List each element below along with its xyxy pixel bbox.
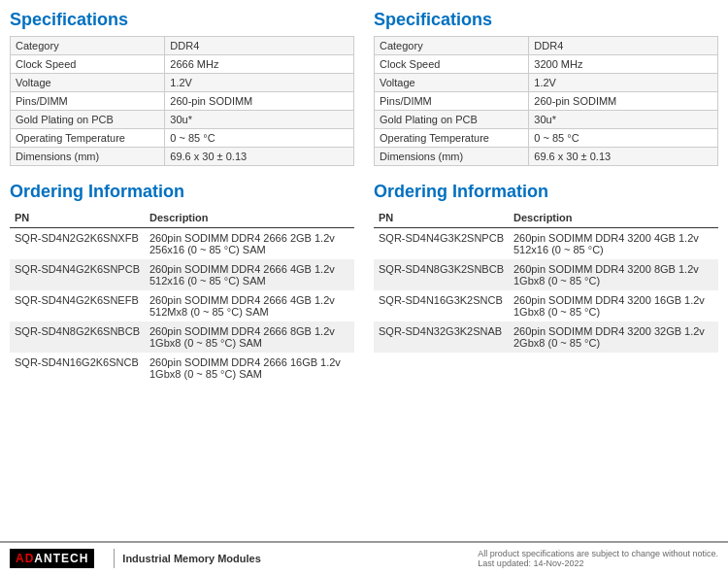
- table-row: Operating Temperature0 ~ 85 °C: [375, 129, 718, 148]
- table-row: SQR-SD4N4G2K6SNEFB260pin SODIMM DDR4 266…: [10, 290, 354, 321]
- ordering-pn: SQR-SD4N4G2K6SNEFB: [10, 290, 145, 321]
- spec-label: Pins/DIMM: [11, 92, 165, 111]
- left-spec-table: CategoryDDR4Clock Speed2666 MHzVoltage1.…: [10, 36, 354, 166]
- ordering-desc: 260pin SODIMM DDR4 3200 4GB 1.2v 512x16 …: [509, 228, 718, 260]
- spec-value: 1.2V: [165, 74, 354, 92]
- spec-value: 1.2V: [529, 74, 718, 92]
- table-row: CategoryDDR4: [375, 37, 718, 55]
- table-row: Clock Speed2666 MHz: [11, 55, 354, 74]
- table-row: SQR-SD4N4G2K6SNPCB260pin SODIMM DDR4 266…: [10, 259, 354, 290]
- footer-right: All product specifications are subject t…: [478, 549, 718, 568]
- table-row: Voltage1.2V: [11, 74, 354, 92]
- table-row: Dimensions (mm)69.6 x 30 ± 0.13: [375, 148, 718, 166]
- table-row: SQR-SD4N8G2K6SNBCB260pin SODIMM DDR4 266…: [10, 321, 354, 353]
- footer-last-updated: Last updated: 14-Nov-2022: [478, 558, 718, 568]
- ordering-desc: 260pin SODIMM DDR4 2666 16GB 1.2v 1Gbx8 …: [145, 353, 354, 384]
- right-spec-table: CategoryDDR4Clock Speed3200 MHzVoltage1.…: [374, 36, 718, 166]
- ordering-pn: SQR-SD4N32G3K2SNAB: [374, 321, 509, 353]
- spec-value: 30u*: [529, 111, 718, 129]
- spec-label: Dimensions (mm): [375, 148, 529, 166]
- footer-left: ADANTECH Industrial Memory Modules: [10, 549, 478, 568]
- spec-label: Voltage: [11, 74, 165, 92]
- spec-label: Gold Plating on PCB: [11, 111, 165, 129]
- page-wrapper: Specifications CategoryDDR4Clock Speed26…: [0, 0, 728, 574]
- left-ordering-section: Ordering Information PN Description SQR-…: [10, 182, 354, 384]
- spec-label: Operating Temperature: [375, 129, 529, 148]
- table-row: Operating Temperature0 ~ 85 °C: [11, 129, 354, 148]
- right-col-desc: Description: [509, 208, 718, 228]
- left-col-pn: PN: [10, 208, 145, 228]
- spec-value: 0 ~ 85 °C: [165, 129, 354, 148]
- table-row: SQR-SD4N4G3K2SNPCB260pin SODIMM DDR4 320…: [374, 228, 718, 260]
- table-row: Pins/DIMM260-pin SODIMM: [11, 92, 354, 111]
- table-row: SQR-SD4N16G3K2SNCB260pin SODIMM DDR4 320…: [374, 290, 718, 321]
- ordering-desc: 260pin SODIMM DDR4 2666 2GB 1.2v 256x16 …: [145, 228, 354, 260]
- spec-value: DDR4: [529, 37, 718, 55]
- table-row: SQR-SD4N8G3K2SNBCB260pin SODIMM DDR4 320…: [374, 259, 718, 290]
- table-row: Gold Plating on PCB30u*: [11, 111, 354, 129]
- table-row: Gold Plating on PCB30u*: [375, 111, 718, 129]
- ordering-desc: 260pin SODIMM DDR4 3200 8GB 1.2v 1Gbx8 (…: [509, 259, 718, 290]
- ordering-pn: SQR-SD4N4G2K6SNPCB: [10, 259, 145, 290]
- spec-value: 2666 MHz: [165, 55, 354, 74]
- ordering-pn: SQR-SD4N8G3K2SNBCB: [374, 259, 509, 290]
- ordering-desc: 260pin SODIMM DDR4 2666 4GB 1.2v 512Mx8 …: [145, 290, 354, 321]
- spec-label: Operating Temperature: [11, 129, 165, 148]
- ordering-pn: SQR-SD4N16G2K6SNCB: [10, 353, 145, 384]
- spec-value: 260-pin SODIMM: [165, 92, 354, 111]
- spec-label: Voltage: [375, 74, 529, 92]
- brand-antech: ANTECH: [34, 552, 88, 565]
- right-ordering-section: Ordering Information PN Description SQR-…: [374, 182, 718, 353]
- table-row: SQR-SD4N2G2K6SNXFB260pin SODIMM DDR4 266…: [10, 228, 354, 260]
- footer-brand: ADANTECH: [10, 549, 96, 568]
- table-row: CategoryDDR4: [11, 37, 354, 55]
- left-col-desc: Description: [145, 208, 354, 228]
- right-column: Specifications CategoryDDR4Clock Speed32…: [374, 10, 718, 384]
- spec-label: Clock Speed: [375, 55, 529, 74]
- left-column: Specifications CategoryDDR4Clock Speed26…: [10, 10, 354, 384]
- spec-value: DDR4: [165, 37, 354, 55]
- ordering-pn: SQR-SD4N8G2K6SNBCB: [10, 321, 145, 353]
- spec-value: 69.6 x 30 ± 0.13: [529, 148, 718, 166]
- ordering-desc: 260pin SODIMM DDR4 2666 4GB 1.2v 512x16 …: [145, 259, 354, 290]
- ordering-pn: SQR-SD4N4G3K2SNPCB: [374, 228, 509, 260]
- ordering-pn: SQR-SD4N2G2K6SNXFB: [10, 228, 145, 260]
- footer-divider: [114, 549, 115, 568]
- footer: ADANTECH Industrial Memory Modules All p…: [0, 541, 728, 574]
- spec-value: 0 ~ 85 °C: [529, 129, 718, 148]
- spec-label: Category: [375, 37, 529, 55]
- table-row: Clock Speed3200 MHz: [375, 55, 718, 74]
- table-row: Dimensions (mm)69.6 x 30 ± 0.13: [11, 148, 354, 166]
- left-spec-title: Specifications: [10, 10, 354, 30]
- footer-tagline: Industrial Memory Modules: [122, 553, 260, 564]
- ordering-pn: SQR-SD4N16G3K2SNCB: [374, 290, 509, 321]
- ordering-desc: 260pin SODIMM DDR4 2666 8GB 1.2v 1Gbx8 (…: [145, 321, 354, 353]
- spec-label: Category: [11, 37, 165, 55]
- brand-adv: AD: [16, 552, 34, 565]
- table-row: Voltage1.2V: [375, 74, 718, 92]
- right-spec-title: Specifications: [374, 10, 718, 30]
- right-ordering-table: PN Description SQR-SD4N4G3K2SNPCB260pin …: [374, 208, 718, 353]
- spec-label: Pins/DIMM: [375, 92, 529, 111]
- main-content: Specifications CategoryDDR4Clock Speed26…: [0, 0, 728, 384]
- left-ordering-title: Ordering Information: [10, 182, 354, 202]
- footer-logo: ADANTECH: [10, 549, 94, 568]
- right-col-pn: PN: [374, 208, 509, 228]
- spec-value: 260-pin SODIMM: [529, 92, 718, 111]
- ordering-desc: 260pin SODIMM DDR4 3200 16GB 1.2v 1Gbx8 …: [509, 290, 718, 321]
- spec-label: Gold Plating on PCB: [375, 111, 529, 129]
- footer-notice: All product specifications are subject t…: [478, 549, 718, 558]
- table-row: SQR-SD4N32G3K2SNAB260pin SODIMM DDR4 320…: [374, 321, 718, 353]
- spec-label: Clock Speed: [11, 55, 165, 74]
- right-ordering-title: Ordering Information: [374, 182, 718, 202]
- spec-value: 3200 MHz: [529, 55, 718, 74]
- table-row: SQR-SD4N16G2K6SNCB260pin SODIMM DDR4 266…: [10, 353, 354, 384]
- ordering-desc: 260pin SODIMM DDR4 3200 32GB 1.2v 2Gbx8 …: [509, 321, 718, 353]
- spec-label: Dimensions (mm): [11, 148, 165, 166]
- table-row: Pins/DIMM260-pin SODIMM: [375, 92, 718, 111]
- spec-value: 30u*: [165, 111, 354, 129]
- left-ordering-table: PN Description SQR-SD4N2G2K6SNXFB260pin …: [10, 208, 354, 384]
- spec-value: 69.6 x 30 ± 0.13: [165, 148, 354, 166]
